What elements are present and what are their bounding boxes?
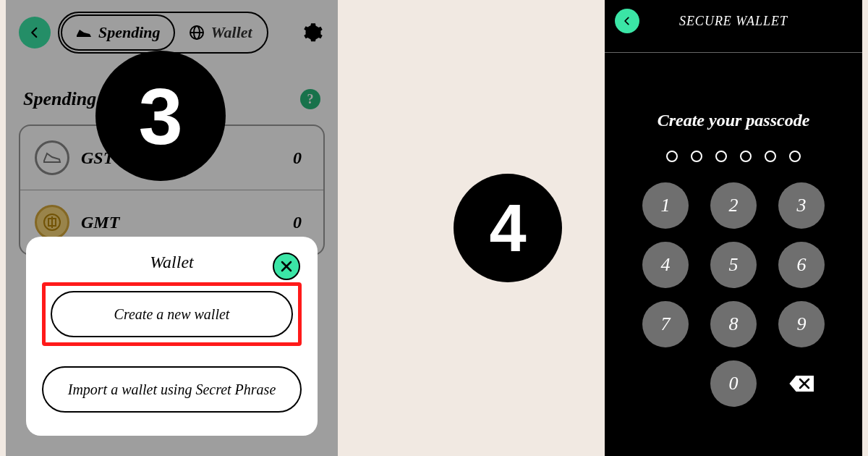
step-badge-3: 3: [95, 51, 226, 181]
passcode-title: Create your passcode: [605, 111, 862, 130]
passcode-dot: [691, 151, 702, 162]
create-wallet-highlight: Create a new wallet: [42, 282, 302, 346]
passcode-dot: [789, 151, 801, 162]
import-wallet-button[interactable]: Import a wallet using Secret Phrase: [42, 366, 302, 413]
key-0[interactable]: 0: [710, 360, 757, 407]
create-wallet-button[interactable]: Create a new wallet: [51, 291, 293, 337]
step-badge-4: 4: [454, 174, 562, 282]
key-7[interactable]: 7: [642, 301, 689, 347]
sheet-close-button[interactable]: [273, 253, 300, 280]
key-blank: [642, 360, 689, 407]
key-4[interactable]: 4: [642, 242, 689, 288]
key-5[interactable]: 5: [710, 242, 757, 288]
wallet-sheet: Wallet Create a new wallet Import a wall…: [26, 237, 318, 436]
divider: [605, 52, 862, 53]
phone-left-screen: Spending Wallet Spending Account ? GST 0: [6, 0, 338, 456]
phone-right-screen: SECURE WALLET Create your passcode 1 2 3…: [605, 0, 862, 456]
key-delete[interactable]: [778, 360, 825, 407]
key-3[interactable]: 3: [778, 182, 825, 229]
right-header-title: SECURE WALLET: [615, 14, 852, 29]
keypad: 1 2 3 4 5 6 7 8 9 0: [605, 182, 862, 407]
key-6[interactable]: 6: [778, 242, 825, 288]
passcode-dot: [715, 151, 727, 162]
passcode-dot: [765, 151, 776, 162]
backspace-icon: [787, 373, 816, 394]
passcode-dot: [666, 151, 678, 162]
key-1[interactable]: 1: [642, 182, 689, 229]
right-header: SECURE WALLET: [605, 0, 862, 42]
close-icon: [281, 261, 292, 272]
passcode-indicator: [605, 151, 862, 162]
key-8[interactable]: 8: [710, 301, 757, 347]
sheet-title: Wallet: [42, 253, 302, 272]
key-9[interactable]: 9: [778, 301, 825, 347]
passcode-dot: [740, 151, 752, 162]
key-2[interactable]: 2: [710, 182, 757, 229]
